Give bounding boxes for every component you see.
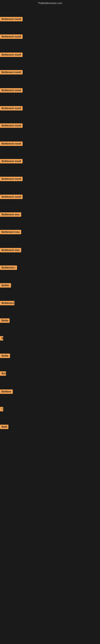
bottleneck-label-text-2: Bottleneck result: [0, 34, 23, 39]
bottleneck-label-23: I: [0, 407, 2, 412]
bottleneck-label-14: Bottleneck resu: [0, 248, 21, 253]
bottleneck-label-text-6: Bottleneck result: [0, 106, 23, 110]
bottleneck-label-text-17: Bottleneck: [0, 301, 14, 305]
bottleneck-label-text-18: Bottle: [0, 318, 10, 323]
bottleneck-label-9: Bottleneck result: [0, 159, 23, 164]
bottleneck-label-2: Bottleneck result: [0, 34, 23, 40]
bottleneck-label-21: Bot: [0, 371, 6, 376]
bottleneck-label-17: Bottleneck: [0, 301, 14, 306]
bottleneck-label-text-8: Bottleneck result: [0, 142, 23, 146]
bottleneck-label-text-11: Bottleneck result: [0, 194, 23, 199]
bottleneck-label-12: Bottleneck resu: [0, 212, 21, 218]
bottleneck-label-4: Bottleneck result: [0, 70, 23, 75]
bottleneck-label-19: B: [0, 336, 3, 341]
bottleneck-label-7: Bottleneck result: [0, 123, 23, 128]
bottleneck-label-11: Bottleneck result: [0, 194, 23, 200]
bottleneck-label-text-16: Bottler: [0, 283, 11, 288]
bottleneck-label-24: Bottl: [0, 425, 8, 430]
bottleneck-label-text-12: Bottleneck resu: [0, 212, 21, 217]
bottleneck-label-text-1: Bottleneck result: [0, 17, 23, 21]
bottleneck-label-8: Bottleneck result: [0, 142, 23, 147]
bottleneck-label-10: Bottleneck result: [0, 177, 23, 182]
bottleneck-label-text-4: Bottleneck result: [0, 70, 23, 74]
bottleneck-label-16: Bottler: [0, 283, 11, 288]
bottleneck-label-text-3: Bottleneck result: [0, 52, 23, 57]
bottleneck-label-text-15: Bottleneck r: [0, 266, 17, 270]
bottleneck-label-text-24: Bottl: [0, 425, 8, 429]
bottleneck-label-text-23: I: [0, 407, 3, 411]
bottleneck-label-text-14: Bottleneck resu: [0, 248, 21, 252]
bottleneck-label-text-9: Bottleneck result: [0, 159, 23, 164]
bottleneck-label-13: Bottleneck resu: [0, 230, 21, 235]
bottleneck-label-5: Bottleneck result: [0, 88, 23, 94]
bottleneck-label-1: Bottleneck result: [0, 17, 23, 22]
bottleneck-label-text-10: Bottleneck result: [0, 177, 23, 181]
bottleneck-label-text-5: Bottleneck result: [0, 88, 23, 92]
bottleneck-label-text-7: Bottleneck result: [0, 123, 23, 128]
bottleneck-label-text-19: B: [0, 336, 3, 340]
bottleneck-label-text-20: Bottle: [0, 354, 10, 358]
bottleneck-label-6: Bottleneck result: [0, 106, 23, 111]
bottleneck-label-text-21: Bot: [0, 371, 6, 376]
site-header: TheBottlenecker.com: [0, 0, 100, 6]
bottleneck-label-3: Bottleneck result: [0, 52, 23, 58]
bottleneck-label-15: Bottleneck r: [0, 266, 17, 271]
bottleneck-label-text-13: Bottleneck resu: [0, 230, 21, 234]
bottleneck-label-20: Bottle: [0, 354, 10, 359]
bottleneck-label-18: Bottle: [0, 318, 10, 324]
bottleneck-label-22: Bottlene: [0, 390, 13, 395]
bottleneck-label-text-22: Bottlene: [0, 390, 13, 394]
